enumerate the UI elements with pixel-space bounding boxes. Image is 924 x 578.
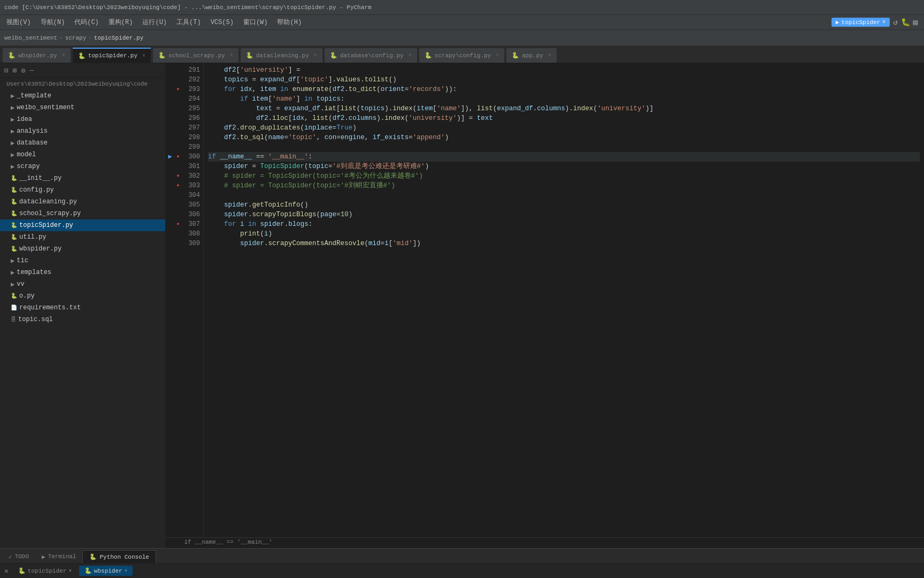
gutter-line: 294 bbox=[166, 94, 203, 104]
code-line-306: spider.scrapyTopicBlogs(page=10) bbox=[208, 210, 920, 219]
sidebar-item-config[interactable]: 🐍 config.py bbox=[0, 184, 165, 196]
sidebar-item-wbspider[interactable]: 🐍 wbspider.py bbox=[0, 243, 165, 255]
todo-icon: ✓ bbox=[9, 553, 12, 560]
breadcrumb-file[interactable]: topicSpider.py bbox=[94, 35, 143, 41]
menu-code[interactable]: 代码(C) bbox=[70, 16, 103, 28]
sidebar-item-templates[interactable]: ▶ templates bbox=[0, 267, 165, 278]
tab-close-schoolscrapy[interactable]: × bbox=[230, 52, 233, 58]
code-line-309: spider.scrapyCommentsAndResovle(mid=i['m… bbox=[208, 239, 920, 248]
sidebar-item-root[interactable]: Users\83852\Desktop\2023weiboyuqing\code bbox=[0, 78, 165, 90]
lineno-301: 301 bbox=[182, 162, 203, 171]
fold-col bbox=[166, 75, 174, 85]
sidebar-item-analysis[interactable]: ▶ analysis bbox=[0, 125, 165, 137]
tab-dbconfig[interactable]: 🐍 database\config.py × bbox=[324, 48, 418, 63]
tab-close-datacleaning[interactable]: × bbox=[314, 52, 317, 58]
code-container[interactable]: 291 292 ● 293 294 bbox=[166, 63, 924, 537]
runner-close-icon[interactable]: ✕ bbox=[4, 567, 9, 575]
tab-close-topicspider[interactable]: × bbox=[142, 53, 145, 59]
gutter-line: 295 bbox=[166, 104, 203, 113]
sidebar-item-datacleaning[interactable]: 🐍 datacleaning.py bbox=[0, 196, 165, 208]
menu-tools[interactable]: 工具(T) bbox=[172, 16, 205, 28]
tab-close-scrapyconfig[interactable]: × bbox=[496, 52, 499, 58]
tab-datacleaning[interactable]: 🐍 datacleaning.py × bbox=[240, 48, 323, 63]
tab-close-dbconfig[interactable]: × bbox=[409, 52, 412, 58]
sidebar-item-topicsql[interactable]: 🗄 topic.sql bbox=[0, 314, 165, 325]
sidebar-item-topicspider[interactable]: 🐍 topicSpider.py bbox=[0, 219, 165, 231]
breadcrumb-scrapy[interactable]: scrapy bbox=[65, 35, 87, 41]
tab-icon-scrapyconfig: 🐍 bbox=[425, 52, 432, 59]
sidebar-item-tic[interactable]: ▶ tic bbox=[0, 255, 165, 267]
tab-close-app[interactable]: × bbox=[548, 52, 551, 58]
toolbar-bug[interactable]: 🐛 bbox=[901, 18, 910, 27]
toolbar-refresh[interactable]: ↺ bbox=[893, 18, 897, 27]
runner-tab-wbspider-close[interactable]: × bbox=[125, 568, 127, 574]
folder-icon-sentiment: ▶ bbox=[11, 104, 14, 112]
tab-icon-datacleaning: 🐍 bbox=[246, 52, 253, 59]
tab-close-wbspider[interactable]: × bbox=[62, 52, 65, 58]
run-config[interactable]: ▶ topicSpider ▼ bbox=[831, 18, 890, 27]
gutter-line: 292 bbox=[166, 75, 203, 85]
runner-tab-topicspider[interactable]: 🐍 topicSpider × bbox=[13, 566, 77, 576]
gutter-line: 299 bbox=[166, 142, 203, 152]
menu-run[interactable]: 运行(U) bbox=[138, 16, 171, 28]
tab-scrapyconfig[interactable]: 🐍 scrapy\config.py × bbox=[419, 48, 505, 63]
bp-col bbox=[174, 210, 182, 219]
sidebar-label-topicsql: topic.sql bbox=[18, 316, 53, 323]
menu-vcs[interactable]: VCS(S) bbox=[206, 17, 238, 28]
sidebar-collapse-icon[interactable]: ⊟ bbox=[4, 66, 9, 75]
tab-topicspider[interactable]: 🐍 topicSpider.py × bbox=[72, 48, 151, 63]
sidebar-item-init[interactable]: 🐍 __init__.py bbox=[0, 172, 165, 184]
fold-col bbox=[166, 65, 174, 75]
sidebar-item-sentiment[interactable]: ▶ weibo_sentiment bbox=[0, 102, 165, 113]
bp-col bbox=[174, 123, 182, 133]
sidebar-item-model[interactable]: ▶ model bbox=[0, 149, 165, 161]
sidebar-item-template[interactable]: ▶ _template bbox=[0, 90, 165, 102]
code-content[interactable]: df2['university'] = topics = expand_df['… bbox=[204, 63, 924, 537]
sidebar-item-requirements[interactable]: 📄 requirements.txt bbox=[0, 302, 165, 314]
file-icon-config: 🐍 bbox=[11, 187, 17, 193]
python-console-icon: 🐍 bbox=[89, 553, 97, 560]
sidebar-item-database[interactable]: ▶ database bbox=[0, 137, 165, 149]
bp-col bbox=[174, 191, 182, 200]
sidebar-settings-icon[interactable]: ⚙ bbox=[21, 66, 26, 75]
sidebar-item-idea[interactable]: ▶ idea bbox=[0, 113, 165, 125]
tab-schoolscrapy[interactable]: 🐍 school_scrapy.py × bbox=[152, 48, 239, 63]
tab-app[interactable]: 🐍 app.py × bbox=[506, 48, 557, 63]
bottom-tab-todo[interactable]: ✓ TODO bbox=[2, 550, 35, 563]
file-icon-init: 🐍 bbox=[11, 175, 17, 181]
menu-view[interactable]: 视图(V) bbox=[2, 16, 35, 28]
file-icon-util: 🐍 bbox=[11, 234, 17, 240]
sidebar-item-scrapy[interactable]: ▶ scrapy bbox=[0, 161, 165, 172]
sidebar-item-opy[interactable]: 🐍 o.py bbox=[0, 290, 165, 302]
fold-col bbox=[166, 210, 174, 219]
bp-col bbox=[174, 75, 182, 85]
bottom-tab-terminal[interactable]: ▶ Terminal bbox=[35, 550, 82, 563]
menu-nav[interactable]: 导航(N) bbox=[36, 16, 70, 28]
sidebar-label-model: model bbox=[17, 151, 36, 158]
file-icon-opy: 🐍 bbox=[11, 293, 17, 299]
breadcrumb-root[interactable]: weibo_sentiment bbox=[4, 35, 57, 41]
sidebar-label-topicspider: topicSpider.py bbox=[19, 222, 73, 229]
bottom-tab-python-console[interactable]: 🐍 Python Console bbox=[82, 550, 156, 563]
gutter-line: 298 bbox=[166, 133, 203, 142]
tab-wbspider[interactable]: 🐍 wbspider.py × bbox=[2, 48, 71, 63]
sidebar-close-icon[interactable]: — bbox=[29, 66, 34, 74]
runner-tab-wbspider[interactable]: 🐍 wbspider × bbox=[79, 566, 133, 576]
sidebar-item-schoolscrapy[interactable]: 🐍 school_scrapy.py bbox=[0, 208, 165, 219]
sidebar-label-analysis: analysis bbox=[17, 127, 48, 135]
code-line-299 bbox=[208, 142, 920, 152]
sidebar-item-util[interactable]: 🐍 util.py bbox=[0, 231, 165, 243]
sidebar-item-vv[interactable]: ▶ vv bbox=[0, 278, 165, 290]
tab-icon-app: 🐍 bbox=[512, 52, 519, 59]
menu-refactor[interactable]: 重构(R) bbox=[104, 16, 137, 28]
toolbar-coverage[interactable]: ▤ bbox=[913, 18, 918, 27]
file-icon-requirements: 📄 bbox=[11, 305, 17, 311]
editor-area: 291 292 ● 293 294 bbox=[166, 63, 924, 548]
runner-tab-topicspider-close[interactable]: × bbox=[68, 568, 71, 574]
gutter-line: 297 bbox=[166, 123, 203, 133]
menu-window[interactable]: 窗口(W) bbox=[239, 16, 272, 28]
sidebar-expand-icon[interactable]: ⊞ bbox=[13, 66, 17, 75]
tab-label-app: app.py bbox=[522, 52, 543, 59]
file-icon-topicsql: 🗄 bbox=[11, 316, 16, 323]
menu-help[interactable]: 帮助(H) bbox=[273, 16, 306, 28]
